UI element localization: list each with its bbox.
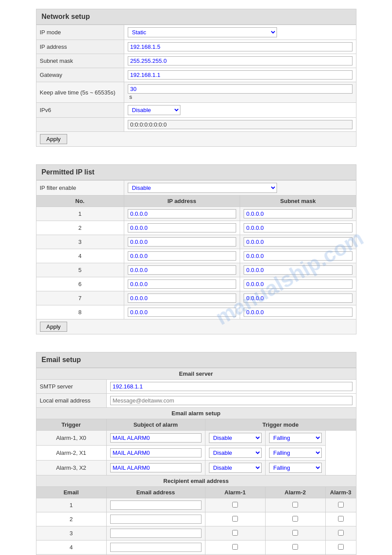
keep-alive-value-cell: s bbox=[124, 82, 356, 103]
gateway-row: Gateway bbox=[36, 68, 356, 82]
keep-alive-input[interactable] bbox=[128, 84, 352, 94]
table-row: 2 bbox=[36, 221, 356, 235]
ip-apply-button[interactable]: Apply bbox=[40, 322, 68, 332]
ip-input-7[interactable] bbox=[128, 294, 237, 303]
alarm3-disable-select[interactable]: Disable Enable bbox=[209, 463, 262, 473]
table-row: 7 bbox=[36, 291, 356, 305]
row-ip bbox=[124, 263, 240, 277]
smtp-label: SMTP server bbox=[36, 380, 106, 394]
ip-mode-label: IP mode bbox=[36, 25, 124, 40]
table-row: 4 bbox=[36, 249, 356, 263]
local-email-input[interactable] bbox=[110, 396, 352, 405]
email-address-input-1[interactable] bbox=[110, 501, 201, 510]
alarm3-checkbox-1[interactable] bbox=[338, 502, 344, 508]
subnet-input-8[interactable] bbox=[244, 308, 352, 317]
row-no: 6 bbox=[36, 277, 124, 291]
row-subnet bbox=[240, 291, 356, 305]
alarm3-disable-cell: Disable Enable bbox=[205, 461, 265, 475]
row-ip bbox=[124, 207, 240, 221]
alarm3-falling-select[interactable]: Falling Rising Both bbox=[269, 463, 322, 473]
alarm1-subject-input[interactable] bbox=[110, 433, 201, 443]
email-setup-title: Email setup bbox=[36, 352, 356, 368]
alarm2-checkbox-3[interactable] bbox=[292, 530, 298, 536]
ip-input-5[interactable] bbox=[128, 265, 237, 275]
alarm3-checkbox-4[interactable] bbox=[338, 544, 344, 550]
ip-input-6[interactable] bbox=[128, 279, 237, 289]
smtp-input[interactable] bbox=[110, 382, 352, 391]
alarm2-checkbox-2[interactable] bbox=[292, 516, 298, 522]
smtp-row: SMTP server bbox=[36, 380, 356, 394]
subnet-input-4[interactable] bbox=[244, 251, 352, 261]
col-subnet-header: Subnet mask bbox=[240, 196, 356, 207]
subnet-input-2[interactable] bbox=[244, 223, 352, 232]
ip-filter-select[interactable]: Disable Enable bbox=[128, 183, 277, 193]
ipv6-address-input[interactable] bbox=[128, 120, 352, 129]
row-ip bbox=[124, 305, 240, 319]
alarm2-subject-input[interactable] bbox=[110, 448, 201, 457]
alarm1-disable-select[interactable]: Disable Enable bbox=[209, 433, 262, 443]
alarm1-checkbox-4[interactable] bbox=[232, 544, 238, 550]
alarm1-checkbox-2[interactable] bbox=[232, 516, 238, 522]
alarm2-disable-select[interactable]: Disable Enable bbox=[209, 448, 262, 458]
col-trigger-header: Trigger bbox=[36, 419, 106, 431]
alarm1-falling-select[interactable]: Falling Rising Both bbox=[269, 433, 322, 443]
subnet-input-3[interactable] bbox=[244, 237, 352, 247]
gateway-label: Gateway bbox=[36, 68, 124, 82]
subnet-input-6[interactable] bbox=[244, 279, 352, 289]
alarm1-falling-cell: Falling Rising Both bbox=[265, 431, 325, 446]
keep-alive-label: Keep alive time (5s ~ 65535s) bbox=[36, 82, 124, 103]
ip-input-3[interactable] bbox=[128, 237, 237, 247]
row-subnet bbox=[240, 207, 356, 221]
col-ip-header: IP address bbox=[124, 196, 240, 207]
subnet-input-1[interactable] bbox=[244, 209, 352, 218]
ip-input-8[interactable] bbox=[128, 308, 237, 317]
network-apply-button[interactable]: Apply bbox=[40, 134, 68, 144]
gateway-input[interactable] bbox=[128, 70, 352, 80]
alarm2-trigger: Alarm-2, X1 bbox=[36, 446, 106, 461]
alarm3-subject-cell bbox=[106, 461, 205, 475]
ip-input-1[interactable] bbox=[128, 209, 237, 218]
recipient-address-2 bbox=[106, 512, 205, 526]
ip-address-value-cell bbox=[124, 40, 356, 54]
recipient-no-1: 1 bbox=[36, 498, 106, 512]
ip-address-input[interactable] bbox=[128, 42, 352, 51]
subnet-input-7[interactable] bbox=[244, 294, 352, 303]
alarm3-checkbox-3[interactable] bbox=[338, 530, 344, 536]
row-subnet bbox=[240, 277, 356, 291]
recipient-no-2: 2 bbox=[36, 512, 106, 526]
alarm-row-3: Alarm-3, X2 Disable Enable Falling Risin… bbox=[36, 461, 356, 475]
alarm3-checkbox-2[interactable] bbox=[338, 516, 344, 522]
ip-mode-select[interactable]: Static DHCP bbox=[128, 27, 277, 37]
alarm1-checkbox-3[interactable] bbox=[232, 530, 238, 536]
alarm3-subject-input[interactable] bbox=[110, 463, 201, 472]
email-address-input-2[interactable] bbox=[110, 515, 201, 524]
alarm2-checkbox-4[interactable] bbox=[292, 544, 298, 550]
ip-address-label: IP address bbox=[36, 40, 124, 54]
alarm2-check-2 bbox=[265, 512, 325, 526]
permitted-ip-title: Permitted IP list bbox=[36, 164, 356, 180]
alarm2-checkbox-1[interactable] bbox=[292, 502, 298, 508]
alarm-col-headers: Trigger Subject of alarm Trigger mode bbox=[36, 419, 356, 431]
alarm2-check-3 bbox=[265, 526, 325, 540]
alarm-row-1: Alarm-1, X0 Disable Enable Falling Risin… bbox=[36, 431, 356, 446]
col-alarm1-header: Alarm-1 bbox=[205, 487, 265, 498]
recipient-row-2: 2 bbox=[36, 512, 356, 526]
ip-input-4[interactable] bbox=[128, 251, 237, 261]
permitted-ip-table: IP filter enable Disable Enable No. IP a… bbox=[36, 180, 356, 334]
alarm1-checkbox-1[interactable] bbox=[232, 502, 238, 508]
alarm-setup-header-row: Email alarm setup bbox=[36, 408, 356, 419]
email-address-input-3[interactable] bbox=[110, 529, 201, 538]
ipv6-label: IPv6 bbox=[36, 103, 124, 118]
recipient-header-row: Recipient email address bbox=[36, 475, 356, 487]
col-alarm3-header: Alarm-3 bbox=[325, 487, 356, 498]
ip-address-row: IP address bbox=[36, 40, 356, 54]
alarm2-falling-select[interactable]: Falling Rising Both bbox=[269, 448, 322, 458]
ip-input-2[interactable] bbox=[128, 223, 237, 232]
table-row: 1 bbox=[36, 207, 356, 221]
table-row: 8 bbox=[36, 305, 356, 319]
row-subnet bbox=[240, 235, 356, 249]
ipv6-select[interactable]: Disable Enable bbox=[128, 105, 180, 115]
subnet-mask-input[interactable] bbox=[128, 56, 352, 65]
email-address-input-4[interactable] bbox=[110, 543, 201, 552]
subnet-input-5[interactable] bbox=[244, 265, 352, 275]
